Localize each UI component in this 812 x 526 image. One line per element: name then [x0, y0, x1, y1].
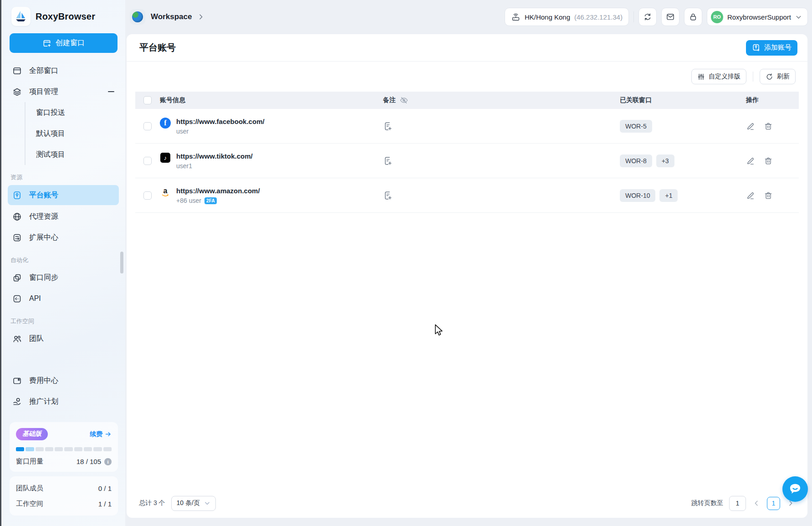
sidebar-item-label: 扩展中心: [29, 233, 58, 242]
refresh-label: 刷新: [777, 72, 790, 81]
account-user: user: [176, 128, 265, 135]
jump-to-page-input[interactable]: [729, 496, 746, 511]
plan-badge: 基础版: [16, 428, 48, 440]
globe-icon: [12, 212, 22, 222]
sidebar-item-promotion-plan[interactable]: 推广计划: [1, 391, 125, 412]
page-size-select[interactable]: 10 条/页: [171, 496, 216, 511]
sidebar-item-extension-center[interactable]: 扩展中心: [1, 227, 125, 248]
eye-off-icon[interactable]: [399, 96, 409, 105]
sidebar-item-label: 费用中心: [29, 376, 58, 386]
breadcrumb[interactable]: Workspace: [130, 9, 204, 25]
account-url: https://www.facebook.com/: [176, 118, 265, 125]
lock-button[interactable]: [684, 8, 702, 26]
sidebar-item-billing-center[interactable]: 费用中心: [1, 370, 125, 391]
sidebar-item-project-mgmt[interactable]: 项目管理: [1, 81, 125, 102]
window-tag-more[interactable]: +1: [659, 189, 678, 202]
page-1-button[interactable]: 1: [767, 497, 780, 510]
header-actions: 操作: [746, 96, 759, 104]
add-note-icon[interactable]: [383, 191, 393, 201]
account-user: user1: [176, 162, 253, 170]
table-row: f https://www.facebook.com/ user WOR-5: [135, 109, 799, 144]
brand-name: RoxyBrowser: [36, 11, 95, 22]
sidebar-item-window-sync[interactable]: 窗口同步: [1, 267, 125, 288]
sync-icon: [643, 12, 652, 21]
section-automation: 自动化: [1, 248, 125, 267]
renew-link[interactable]: 续费: [90, 430, 112, 438]
sidebar-item-label: 窗口同步: [29, 273, 58, 283]
api-icon: [12, 294, 22, 304]
collapse-minus-icon[interactable]: [108, 91, 114, 92]
delete-icon[interactable]: [764, 122, 773, 131]
mail-icon: [666, 12, 675, 21]
sidebar-item-label: API: [29, 294, 41, 303]
customize-layout-button[interactable]: 自定义排版: [691, 69, 746, 84]
brand: RoxyBrowser: [1, 0, 125, 26]
info-icon[interactable]: i: [104, 458, 112, 465]
stats-card: 团队成员 0 / 1 工作空间 1 / 1: [10, 476, 118, 516]
add-note-icon[interactable]: [383, 121, 393, 131]
header-linked-windows: 已关联窗口: [620, 96, 652, 104]
add-account-button[interactable]: 添加账号: [746, 40, 797, 56]
user-menu[interactable]: RO RoxybrowserSupport: [707, 8, 808, 26]
plan-card: 基础版 续费 窗口用量 18 / 105 i: [10, 422, 118, 472]
accounts-table: 账号信息 备注 已关联窗口 操作 f https://www.facebook.…: [135, 92, 799, 213]
nav-spacer: [1, 349, 125, 370]
layers-icon: [12, 87, 22, 97]
create-window-label: 创建窗口: [56, 38, 85, 48]
select-all-checkbox[interactable]: [143, 96, 152, 104]
refresh-icon: [766, 73, 773, 81]
sidebar-item-all-windows[interactable]: 全部窗口: [1, 60, 125, 81]
delete-icon[interactable]: [764, 191, 773, 200]
table-header: 账号信息 备注 已关联窗口 操作: [135, 92, 799, 109]
delete-icon[interactable]: [764, 156, 773, 165]
refresh-table-button[interactable]: 刷新: [760, 69, 796, 84]
sidebar-item-platform-accounts[interactable]: 平台账号: [8, 185, 119, 205]
ip-location-button[interactable]: HK/Hong Kong (46.232.121.34): [505, 8, 629, 26]
usage-progress-bar: [16, 447, 112, 451]
sidebar-item-team[interactable]: 团队: [1, 328, 125, 349]
account-lock-icon: [12, 191, 22, 200]
add-account-icon: [752, 43, 761, 52]
sidebar-item-label: 平台账号: [29, 191, 58, 200]
window-tag: WOR-5: [620, 120, 652, 133]
table-row: ♪ https://www.tiktok.com/ user1 WOR-8 +3: [135, 144, 799, 178]
page-size-value: 10 条/页: [177, 499, 200, 507]
router-icon: [511, 12, 521, 22]
row-checkbox[interactable]: [143, 122, 152, 130]
sidebar-item-label: 代理资源: [29, 212, 58, 222]
sidebar-item-label: 推广计划: [29, 397, 58, 407]
workspace-count-value: 1 / 1: [98, 500, 112, 508]
edit-icon[interactable]: [746, 191, 755, 200]
row-checkbox[interactable]: [143, 157, 152, 165]
section-resources: 资源: [1, 165, 125, 184]
add-note-icon[interactable]: [383, 156, 393, 166]
row-checkbox[interactable]: [143, 191, 152, 200]
page-title: 平台账号: [139, 41, 176, 54]
jump-to-page-label: 跳转页数至: [691, 499, 723, 507]
mail-button[interactable]: [661, 8, 679, 26]
create-window-button[interactable]: 创建窗口: [10, 33, 117, 53]
ip-location: HK/Hong Kong: [525, 13, 570, 21]
sidebar-subitem-window-push[interactable]: 窗口投送: [26, 102, 125, 123]
twofa-badge: 2FA: [204, 197, 217, 204]
avatar: RO: [711, 11, 723, 23]
edit-icon[interactable]: [746, 156, 755, 165]
sidebar-item-label: 团队: [29, 334, 44, 344]
sidebar-item-label: 项目管理: [29, 87, 58, 97]
subitem-label: 窗口投送: [36, 108, 65, 118]
arrow-right-icon: [105, 431, 112, 438]
sidebar-item-proxy-resources[interactable]: 代理资源: [1, 206, 125, 227]
chat-bubble-icon: [788, 482, 802, 496]
prev-page-button[interactable]: [752, 499, 761, 508]
sidebar-item-label: 全部窗口: [29, 66, 58, 76]
sidebar-subitem-test-project[interactable]: 测试项目: [26, 144, 125, 165]
refresh-ip-button[interactable]: [638, 8, 657, 26]
support-chat-button[interactable]: [782, 476, 808, 502]
add-account-label: 添加账号: [764, 43, 792, 52]
topbar: Workspace HK/Hong Kong (46.232.121.34) R…: [127, 0, 812, 34]
edit-icon[interactable]: [746, 122, 755, 131]
window-tag-more[interactable]: +3: [656, 155, 674, 167]
sidebar-subitem-default-project[interactable]: 默认项目: [26, 123, 125, 144]
sidebar-scrollbar[interactable]: [120, 252, 123, 273]
sidebar-item-api[interactable]: API: [1, 288, 125, 309]
